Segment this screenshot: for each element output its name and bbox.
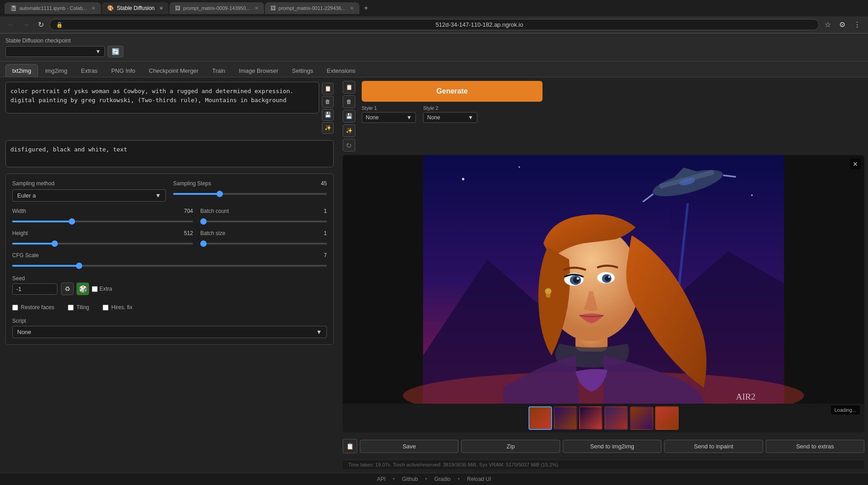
batch-count-slider[interactable] <box>200 221 327 222</box>
seed-recycle-button[interactable]: ♻ <box>61 283 74 295</box>
tab-pm2[interactable]: 🖼 prompt_matrix-0011-229436... ✕ <box>265 2 359 14</box>
footer-api-link[interactable]: API <box>377 476 386 482</box>
tiling-checkbox[interactable] <box>68 305 74 311</box>
style2-label: Style 2 <box>423 105 477 111</box>
thumbnail-5[interactable] <box>630 406 653 430</box>
toolbar-icon-5[interactable]: ⭮ <box>343 139 355 151</box>
footer-sep-2: • <box>425 476 427 482</box>
restore-faces-checkbox[interactable] <box>12 305 18 311</box>
tab-colab[interactable]: 📓 automatic1111.ipynb - Colab... ✕ <box>5 2 101 14</box>
address-bar[interactable]: 🔒 512d-34-147-110-182.ap.ngrok.io <box>49 19 819 30</box>
height-slider[interactable] <box>12 243 193 245</box>
tab-pm1-close[interactable]: ✕ <box>255 5 259 11</box>
style1-chevron-icon: ▼ <box>406 114 412 121</box>
prompt-right-controls: 📋 🗑 💾 ✨ <box>322 83 334 134</box>
height-group: Height 512 <box>12 230 193 246</box>
generate-button[interactable]: Generate <box>362 81 542 102</box>
style1-select[interactable]: None ▼ <box>362 112 416 123</box>
new-tab-button[interactable]: + <box>360 2 372 14</box>
style-icon-button[interactable]: 💾 <box>322 109 334 121</box>
menu-button[interactable]: ⋮ <box>851 19 863 30</box>
toolbar-icon-1[interactable]: 📋 <box>343 81 355 94</box>
send-to-img2img-button[interactable]: Send to img2img <box>563 440 661 453</box>
seed-label: Seed <box>12 275 57 282</box>
tab-img2img[interactable]: img2img <box>39 64 74 77</box>
width-slider[interactable] <box>12 221 193 222</box>
extensions-button[interactable]: ⚙ <box>836 19 848 30</box>
tab-txt2img[interactable]: txt2img <box>5 64 38 77</box>
tab-settings[interactable]: Settings <box>286 64 320 77</box>
save-button[interactable]: Save <box>360 440 458 453</box>
params-section: Sampling method Euler a ▼ Sampling Steps… <box>5 174 334 345</box>
extra-seed-checkbox[interactable] <box>92 286 98 292</box>
tab-sd-close[interactable]: ✕ <box>159 5 163 11</box>
positive-prompt-input[interactable]: color portrait of ysks woman as Cowboy, … <box>5 82 319 113</box>
footer-gradio-link[interactable]: Gradio <box>434 476 451 482</box>
batch-size-slider[interactable] <box>200 243 327 245</box>
checkpoint-bar: Stable Diffusion checkpoint ▼ 🔄 <box>0 34 868 61</box>
seed-dice-button[interactable]: 🎲 <box>76 283 89 295</box>
tab-pm1[interactable]: 🖼 prompt_matrix-0009-143950... ✕ <box>170 2 264 14</box>
tab-sd-favicon: 🎨 <box>107 5 114 11</box>
toolbar-icon-3[interactable]: 💾 <box>343 110 355 122</box>
thumbnail-1[interactable] <box>528 406 552 430</box>
reload-button[interactable]: ↻ <box>35 19 47 30</box>
clear-icon-button[interactable]: 🗑 <box>322 96 334 108</box>
script-group: Script None ▼ <box>12 318 327 338</box>
tab-extensions[interactable]: Extensions <box>321 64 362 77</box>
tiling-checkbox-label[interactable]: Tiling <box>68 304 89 311</box>
style1-value: None <box>366 114 379 121</box>
sampling-steps-slider[interactable] <box>173 193 327 195</box>
tab-favicon: 📓 <box>10 5 17 11</box>
zip-button[interactable]: Zip <box>461 440 560 453</box>
checkpoint-refresh-button[interactable]: 🔄 <box>108 46 123 57</box>
script-select[interactable]: None ▼ <box>12 326 327 338</box>
app: Stable Diffusion checkpoint ▼ 🔄 txt2img … <box>0 34 868 485</box>
seed-input[interactable] <box>12 283 57 295</box>
thumbnail-2[interactable] <box>554 406 577 430</box>
tab-sd[interactable]: 🎨 Stable Diffusion ✕ <box>102 2 169 14</box>
hires-fix-checkbox[interactable] <box>103 305 108 311</box>
negative-prompt-input[interactable]: disfigured, black and white, text <box>5 140 334 167</box>
checkpoint-select[interactable]: ▼ <box>5 46 105 57</box>
paste-icon-button[interactable]: 📋 <box>322 83 334 94</box>
batch-size-value: 1 <box>324 230 327 236</box>
cfg-scale-label: CFG Scale <box>12 252 39 259</box>
hires-fix-label: Hires. fix <box>111 304 132 311</box>
svg-point-6 <box>751 194 753 196</box>
sampling-method-select[interactable]: Euler a ▼ <box>12 189 166 202</box>
tab-pm2-close[interactable]: ✕ <box>350 5 354 11</box>
thumbnail-4[interactable] <box>604 406 628 430</box>
bookmark-button[interactable]: ☆ <box>822 19 834 30</box>
footer-sep-1: • <box>393 476 395 482</box>
tab-colab-close[interactable]: ✕ <box>91 5 95 11</box>
image-display: AIR2 <box>343 155 864 404</box>
restore-faces-checkbox-label[interactable]: Restore faces <box>12 304 54 311</box>
send-to-inpaint-button[interactable]: Send to inpaint <box>664 440 763 453</box>
tab-image-browser[interactable]: Image Browser <box>232 64 284 77</box>
batch-size-group: Batch size 1 <box>200 230 327 246</box>
tab-train[interactable]: Train <box>206 64 231 77</box>
svg-text:AIR2: AIR2 <box>736 392 755 401</box>
cfg-scale-slider[interactable] <box>12 265 327 267</box>
tab-extras[interactable]: Extras <box>75 64 104 77</box>
forward-button[interactable]: → <box>20 20 33 30</box>
thumbnail-3[interactable] <box>579 406 603 430</box>
toolbar-icon-2[interactable]: 🗑 <box>343 95 355 108</box>
extra-icon-button[interactable]: ✨ <box>322 122 334 134</box>
toolbar-icon-4[interactable]: ✨ <box>343 124 355 137</box>
thumbnail-6[interactable] <box>655 406 679 430</box>
tab-pnginfo[interactable]: PNG Info <box>105 64 142 77</box>
send-to-extras-button[interactable]: Send to extras <box>766 440 864 453</box>
copy-icon-button[interactable]: 📋 <box>343 439 357 453</box>
style2-select[interactable]: None ▼ <box>423 112 477 123</box>
panel-close-button[interactable]: ✕ <box>850 159 861 170</box>
footer-github-link[interactable]: Github <box>402 476 418 482</box>
tab-checkpoint-merger[interactable]: Checkpoint Merger <box>142 64 205 77</box>
left-panel: color portrait of ysks woman as Cowboy, … <box>0 77 339 473</box>
back-button[interactable]: ← <box>5 20 17 30</box>
footer-reload-link[interactable]: Reload UI <box>467 476 491 482</box>
toolbar-icons: 📋 🗑 💾 ✨ ⭮ <box>343 81 355 151</box>
negative-prompt-wrapper: disfigured, black and white, text <box>5 140 334 167</box>
hires-fix-checkbox-label[interactable]: Hires. fix <box>103 304 132 311</box>
